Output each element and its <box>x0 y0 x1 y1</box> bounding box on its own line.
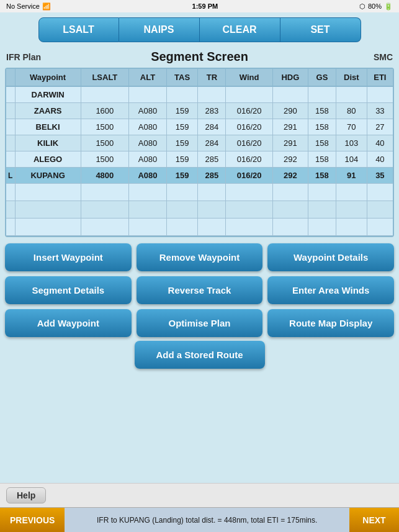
status-bar: No Service 📶 1:59 PM ⬡ 80% 🔋 <box>0 0 399 12</box>
table-row-empty <box>6 219 393 236</box>
col-lsalt: LSALT <box>81 69 128 86</box>
header-section: IFR Plan Segment Screen SMC <box>0 47 399 68</box>
nav-status-text: IFR to KUPANG (Landing) total dist. = 44… <box>65 516 349 525</box>
action-buttons-grid: Insert Waypoint Remove Waypoint Waypoint… <box>0 237 399 341</box>
table-row[interactable]: ZAARS1600A080159283016/202901588033 <box>6 103 393 119</box>
add-waypoint-button[interactable]: Add Waypoint <box>5 309 132 337</box>
previous-button[interactable]: PREVIOUS <box>0 508 65 532</box>
table-header-row: Waypoint LSALT ALT TAS TR Wind HDG GS Di… <box>6 69 393 86</box>
help-button[interactable]: Help <box>6 487 46 503</box>
centered-btn-row: Add a Stored Route <box>0 341 399 374</box>
table-row[interactable]: DARWIN <box>6 86 393 103</box>
table-row-empty <box>6 201 393 219</box>
battery-icon: 🔋 <box>384 2 393 11</box>
set-button[interactable]: SET <box>280 17 361 42</box>
remove-waypoint-button[interactable]: Remove Waypoint <box>137 243 263 271</box>
col-tas: TAS <box>166 69 198 86</box>
reverse-track-button[interactable]: Reverse Track <box>137 276 263 304</box>
col-wind: Wind <box>226 69 272 86</box>
insert-waypoint-button[interactable]: Insert Waypoint <box>5 243 132 271</box>
segment-table-container: Waypoint LSALT ALT TAS TR Wind HDG GS Di… <box>5 68 394 237</box>
segment-table: Waypoint LSALT ALT TAS TR Wind HDG GS Di… <box>6 69 393 236</box>
col-alt: ALT <box>129 69 167 86</box>
help-row: Help <box>0 484 399 507</box>
naips-button[interactable]: NAIPS <box>119 17 200 42</box>
col-eti: ETI <box>367 69 393 86</box>
navigation-row: PREVIOUS IFR to KUPANG (Landing) total d… <box>0 507 399 532</box>
enter-area-winds-button[interactable]: Enter Area Winds <box>267 276 394 304</box>
lsalt-button[interactable]: LSALT <box>38 17 119 42</box>
optimise-plan-button[interactable]: Optimise Plan <box>137 309 263 337</box>
page-title: Segment Screen <box>50 50 349 64</box>
col-dist: Dist <box>336 69 367 86</box>
status-right: ⬡ 80% 🔋 <box>359 2 393 11</box>
ifr-plan-label: IFR Plan <box>6 52 50 62</box>
next-button[interactable]: NEXT <box>349 508 399 532</box>
status-time: 1:59 PM <box>192 2 218 10</box>
bluetooth-icon: ⬡ <box>359 2 365 11</box>
waypoint-details-button[interactable]: Waypoint Details <box>267 243 394 271</box>
table-row[interactable]: KILIK1500A080159284016/2029115810340 <box>6 135 393 151</box>
battery-indicator: 80% <box>368 2 382 10</box>
status-left: No Service 📶 <box>6 2 51 11</box>
col-hdg: HDG <box>272 69 308 86</box>
table-row[interactable]: BELKI1500A080159284016/202911587027 <box>6 119 393 135</box>
smc-label: SMC <box>349 52 393 62</box>
col-gs: GS <box>308 69 336 86</box>
clear-button[interactable]: CLEAR <box>200 17 280 42</box>
table-row-empty <box>6 184 393 201</box>
bottom-section: Help PREVIOUS IFR to KUPANG (Landing) to… <box>0 483 399 532</box>
add-stored-route-button[interactable]: Add a Stored Route <box>135 341 265 369</box>
table-row[interactable]: ALEGO1500A080159285016/2029215810440 <box>6 151 393 168</box>
route-map-display-button[interactable]: Route Map Display <box>267 309 394 337</box>
service-indicator: No Service <box>6 2 40 10</box>
col-waypoint: Waypoint <box>15 69 81 86</box>
segment-details-button[interactable]: Segment Details <box>5 276 132 304</box>
col-tr: TR <box>198 69 226 86</box>
wifi-icon: 📶 <box>42 2 51 11</box>
top-nav: LSALT NAIPS CLEAR SET <box>0 12 399 47</box>
col-label <box>6 69 15 86</box>
table-row[interactable]: LKUPANG4800A080159285016/202921589135 <box>6 168 393 184</box>
